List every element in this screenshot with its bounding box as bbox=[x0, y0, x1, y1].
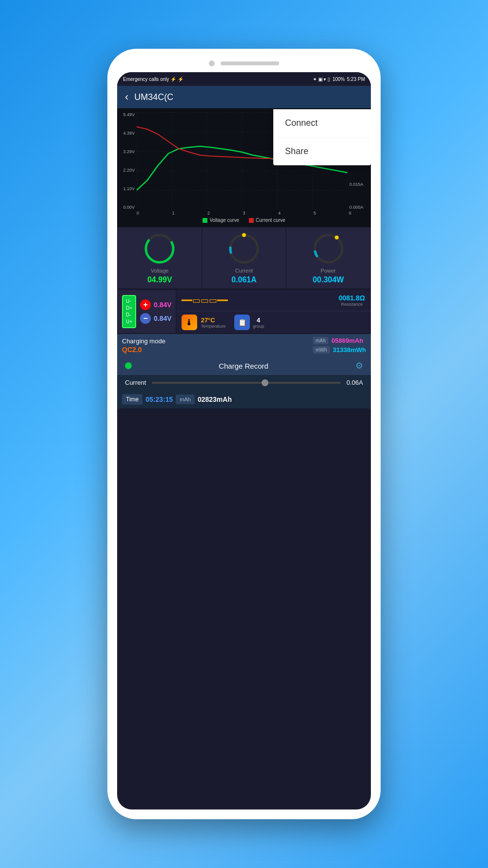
group-info: 4 group bbox=[253, 316, 264, 329]
gauge-current-ring bbox=[227, 232, 261, 266]
resistor-icon: ━━▭▭▭━━ bbox=[182, 295, 228, 306]
temperature-icon: 🌡 bbox=[182, 315, 197, 330]
temperature-label: Temperature bbox=[201, 324, 226, 329]
record-mah-badge: mAh bbox=[176, 395, 195, 404]
phone-frame: Emergency calls only ⚡ ⚡ ✦ ▣ ▾ ▯ 100% 5:… bbox=[107, 49, 381, 819]
dropdown-menu: Connect Share bbox=[273, 109, 371, 165]
legend-current: Current curve bbox=[249, 217, 285, 223]
status-time: 5:23 PM bbox=[347, 77, 365, 82]
battery-percent: 100% bbox=[332, 77, 345, 82]
legend-voltage-color bbox=[203, 218, 207, 223]
legend-current-color bbox=[249, 218, 254, 223]
svg-point-8 bbox=[335, 236, 339, 239]
info-left: U- D+ D- U+ + 0.84V − 0.84V bbox=[118, 290, 176, 333]
gauge-current-label: Current bbox=[235, 268, 253, 274]
gauge-power-value: 00.304W bbox=[313, 276, 344, 284]
status-left: Emergency calls only ⚡ ⚡ bbox=[123, 77, 183, 82]
group-icon: 📋 bbox=[234, 315, 250, 330]
dropdown-share[interactable]: Share bbox=[273, 138, 371, 165]
phone-top-bar bbox=[117, 59, 371, 68]
status-bar: Emergency calls only ⚡ ⚡ ✦ ▣ ▾ ▯ 100% 5:… bbox=[117, 72, 371, 86]
legend-voltage: Voltage curve bbox=[203, 217, 239, 223]
current-value: 0.06A bbox=[346, 379, 363, 386]
legend-current-label: Current curve bbox=[256, 217, 285, 223]
status-right: ✦ ▣ ▾ ▯ 100% 5:23 PM bbox=[313, 77, 365, 82]
current-label: Current bbox=[125, 379, 146, 386]
stat-row-mwh: mWh 31338mWh bbox=[313, 346, 366, 354]
time-row: Time 05:23:15 mAh 02823mAh bbox=[117, 390, 371, 409]
svg-point-3 bbox=[230, 235, 258, 262]
charging-mode-label: Charging mode bbox=[122, 337, 165, 345]
phone-screen: Emergency calls only ⚡ ⚡ ✦ ▣ ▾ ▯ 100% 5:… bbox=[117, 72, 371, 809]
charging-mode-row: Charging mode QC2.0 mAh 05869mAh mWh 313… bbox=[117, 334, 371, 356]
phone-dot bbox=[209, 60, 215, 66]
info-row: U- D+ D- U+ + 0.84V − 0.84V bbox=[117, 289, 371, 334]
gauge-current-card: Current 0.061A bbox=[203, 228, 286, 288]
group-label: group bbox=[253, 324, 264, 329]
resistance-label: Resistance bbox=[339, 302, 365, 307]
resistance-row: ━━▭▭▭━━ 0081.8Ω Resistance bbox=[177, 290, 370, 311]
gauges-row: Voltage 04.99V Current 0.061A bbox=[117, 227, 371, 289]
gauge-voltage-label: Voltage bbox=[151, 268, 169, 274]
mah-value: 05869mAh bbox=[331, 337, 363, 344]
svg-point-6 bbox=[315, 235, 342, 262]
charging-mode-value: QC2.0 bbox=[122, 346, 165, 354]
current-slider-row: Current 0.06A bbox=[117, 375, 371, 390]
gear-icon[interactable]: ⚙ bbox=[355, 360, 363, 371]
back-button[interactable]: ‹ bbox=[125, 91, 128, 103]
chart-legend: Voltage curve Current curve bbox=[119, 216, 369, 225]
neg-voltage-value: 0.84V bbox=[154, 315, 172, 322]
plus-sign: + bbox=[140, 299, 151, 310]
gauge-voltage-value: 04.99V bbox=[147, 276, 172, 284]
record-title: Charge Record bbox=[219, 362, 268, 370]
charging-stats: mAh 05869mAh mWh 31338mWh bbox=[313, 337, 366, 354]
pos-voltage-value: 0.84V bbox=[154, 301, 172, 309]
resistance-value: 0081.8Ω bbox=[339, 294, 365, 302]
time-badge: Time bbox=[122, 394, 142, 405]
voltage-neg: − 0.84V bbox=[140, 313, 172, 324]
group-value: 4 bbox=[253, 316, 264, 324]
battery-indicator: U- D+ D- U+ bbox=[122, 295, 136, 328]
x-axis: 0 1 2 3 4 5 6 bbox=[119, 210, 369, 216]
charge-record-header: Charge Record ⚙ bbox=[117, 356, 371, 375]
voltage-pos: + 0.84V bbox=[140, 299, 172, 310]
app-header: ‹ UM34C(C bbox=[117, 86, 371, 108]
gauge-voltage-ring bbox=[142, 232, 177, 266]
header-title: UM34C(C bbox=[134, 92, 173, 102]
phone-speaker bbox=[221, 61, 279, 65]
record-dot-icon bbox=[125, 362, 132, 369]
temp-group-row: 🌡 27°C Temperature 📋 4 group bbox=[177, 312, 370, 333]
dropdown-connect[interactable]: Connect bbox=[273, 109, 371, 138]
gauge-current-value: 0.061A bbox=[231, 276, 257, 284]
temperature-value: 27°C bbox=[201, 316, 226, 324]
current-slider[interactable] bbox=[152, 382, 341, 384]
svg-point-5 bbox=[242, 233, 246, 237]
y-axis-left: 5.49V 4.39V 3.29V 2.20V 1.10V 0.00V bbox=[119, 112, 137, 210]
voltage-signs: + 0.84V − 0.84V bbox=[140, 299, 172, 324]
mwh-badge: mWh bbox=[313, 346, 330, 354]
record-mah-value: 02823mAh bbox=[198, 395, 232, 403]
charging-mode-left: Charging mode QC2.0 bbox=[122, 337, 165, 354]
time-value: 05:23:15 bbox=[145, 395, 173, 403]
info-right: ━━▭▭▭━━ 0081.8Ω Resistance 🌡 27°C Temper… bbox=[177, 290, 370, 333]
status-icons: ✦ ▣ ▾ ▯ bbox=[313, 77, 330, 82]
mwh-value: 31338mWh bbox=[333, 346, 366, 354]
minus-sign: − bbox=[140, 313, 151, 324]
legend-voltage-label: Voltage curve bbox=[209, 217, 239, 223]
gauge-power-card: Power 00.304W bbox=[286, 228, 370, 288]
gauge-power-ring bbox=[311, 232, 346, 266]
mah-badge: mAh bbox=[313, 337, 329, 344]
temp-info: 27°C Temperature bbox=[201, 316, 226, 329]
stat-row-mah: mAh 05869mAh bbox=[313, 337, 366, 344]
gauge-power-label: Power bbox=[321, 268, 336, 274]
gauge-voltage-card: Voltage 04.99V bbox=[118, 228, 202, 288]
